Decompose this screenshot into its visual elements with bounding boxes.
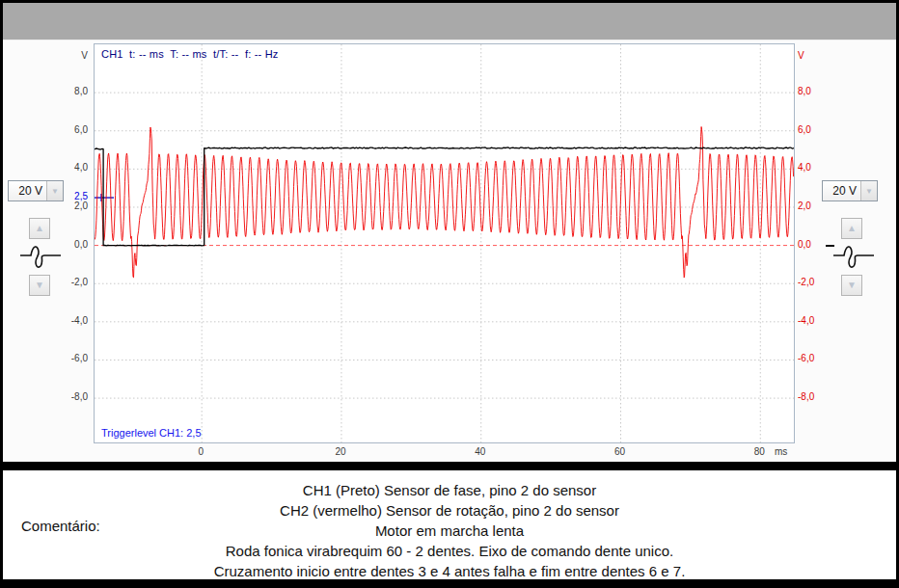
x-tick: 40 (466, 446, 495, 457)
y-tick-right: 8,0 (798, 86, 836, 96)
time-axis-unit: ms (775, 446, 804, 457)
y-tick-left: 6,0 (3, 124, 88, 135)
waveform-display (95, 44, 794, 442)
y-tick-right: -8,0 (798, 391, 836, 402)
comment-text: CH1 (Preto) Sensor de fase, pino 2 do se… (3, 480, 896, 581)
y-tick-left: -6,0 (3, 353, 88, 363)
x-tick: 0 (186, 446, 215, 457)
oscilloscope-panel: CH1 t: -- ms T: -- ms t/T: -- f: -- Hz T… (3, 40, 896, 462)
ch2-range-select[interactable]: 20 V ▼ (822, 180, 878, 201)
titlebar (3, 3, 896, 40)
comment-line: Roda fonica virabrequim 60 - 2 dentes. E… (3, 541, 896, 561)
y-tick-left: -4,0 (3, 315, 88, 326)
comment-section: Comentário: CH1 (Preto) Sensor de fase, … (3, 470, 896, 579)
ch1-shift-up-button[interactable]: ▲ (29, 218, 50, 239)
ch2-shift-up-button[interactable]: ▲ (841, 218, 862, 239)
y-tick-left: -2,0 (3, 277, 88, 287)
chevron-down-icon[interactable]: ▼ (860, 181, 877, 200)
trigger-level-label: Triggerlevel CH1: 2,5 (101, 427, 202, 439)
y-tick-right: -2,0 (798, 277, 836, 287)
comment-line: Cruzamento inicio entre dentes 3 e 4 ant… (3, 561, 896, 581)
comment-line: CH2 (vermelho) Sensor de rotação, pino 2… (3, 500, 896, 521)
ch1-range-value: 20 V (9, 181, 46, 200)
y-tick-left: 0,0 (3, 239, 88, 250)
y-tick-left: 8,0 (3, 86, 88, 96)
measurement-readout: CH1 t: -- ms T: -- ms t/T: -- f: -- Hz (101, 48, 279, 60)
x-tick: 80 (745, 446, 774, 457)
ch2-range-value: 20 V (823, 181, 860, 200)
scope-plot-area: CH1 t: -- ms T: -- ms t/T: -- f: -- Hz T… (94, 43, 795, 443)
right-axis-unit: V (798, 50, 836, 61)
comment-line: CH1 (Preto) Sensor de fase, pino 2 do se… (3, 480, 896, 500)
comment-line: Motor em marcha lenta (3, 521, 896, 541)
chevron-down-icon[interactable]: ▼ (46, 181, 63, 200)
y-tick-left: 4,0 (3, 162, 88, 173)
y-tick-right: 4,0 (798, 162, 836, 173)
y-tick-right: -6,0 (798, 353, 836, 363)
ch1-range-select[interactable]: 20 V ▼ (8, 180, 64, 201)
x-tick: 20 (326, 446, 355, 457)
ch2-shift-down-button[interactable]: ▼ (841, 275, 862, 296)
y-tick-right: -4,0 (798, 315, 836, 326)
left-axis-unit: V (3, 50, 88, 61)
y-tick-left: 2,0 (3, 200, 88, 211)
x-tick: 60 (605, 446, 634, 457)
y-tick-right: 6,0 (798, 124, 836, 135)
y-tick-right: 0,0 (798, 239, 836, 250)
y-tick-left: -8,0 (3, 391, 88, 402)
y-tick-right: 2,0 (798, 200, 836, 211)
ch2-waveform-icon (832, 242, 875, 271)
